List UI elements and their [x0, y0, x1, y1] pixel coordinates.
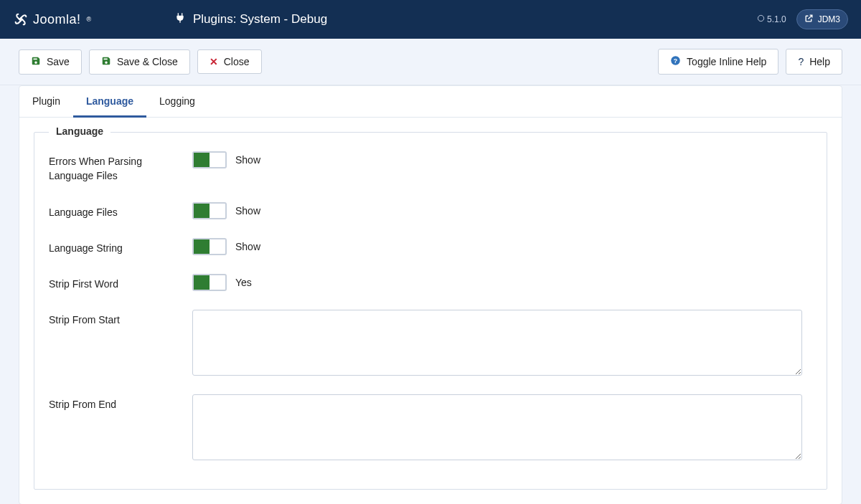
toggle-fill	[194, 204, 210, 218]
field-strip-first-word: Strip First Word Yes	[49, 274, 812, 291]
label-strip-first-word: Strip First Word	[49, 274, 192, 291]
user-name: JDM3	[818, 14, 840, 24]
label-language-files: Language Files	[49, 202, 192, 219]
question-icon: ?	[798, 56, 804, 67]
field-language-files: Language Files Show	[49, 202, 812, 219]
toolbar: Save Save & Close ✕ Close ? Toggle Inlin…	[0, 39, 861, 85]
save-icon	[31, 56, 41, 68]
field-strip-from-end: Strip From End	[49, 394, 812, 460]
control-strip-from-start	[192, 310, 802, 376]
user-menu[interactable]: JDM3	[796, 9, 848, 29]
close-button[interactable]: ✕ Close	[197, 49, 262, 74]
toggle-text-language-string: Show	[235, 241, 260, 252]
help-button[interactable]: ? Help	[786, 49, 842, 75]
toggle-text-strip-first-word: Yes	[235, 277, 252, 288]
toggle-language-files[interactable]	[192, 202, 227, 219]
tabs-container: Plugin Language Logging Language Errors …	[19, 85, 842, 504]
fieldset-legend: Language	[49, 125, 110, 137]
page-title: Plugins: System - Debug	[193, 12, 327, 27]
app-header: Joomla!® Plugins: System - Debug 5.1.0	[0, 0, 861, 39]
svg-text:?: ?	[674, 57, 677, 65]
svg-point-0	[758, 15, 763, 21]
field-strip-from-start: Strip From Start	[49, 310, 812, 376]
header-brand: Joomla!®	[13, 11, 174, 27]
content-area: Plugin Language Logging Language Errors …	[0, 85, 861, 504]
label-errors-parsing: Errors When Parsing Language Files	[49, 151, 192, 184]
toggle-errors-parsing[interactable]	[192, 151, 227, 168]
textarea-strip-from-start[interactable]	[192, 310, 802, 376]
tab-logging[interactable]: Logging	[146, 87, 208, 118]
version-text: 5.1.0	[767, 14, 786, 24]
control-language-string: Show	[192, 238, 260, 255]
toolbar-right: ? Toggle Inline Help ? Help	[658, 49, 842, 75]
question-circle-icon: ?	[670, 55, 681, 68]
header-right: 5.1.0 JDM3	[757, 9, 848, 29]
toggle-help-label: Toggle Inline Help	[687, 56, 766, 67]
control-language-files: Show	[192, 202, 260, 219]
close-label: Close	[224, 56, 250, 67]
page-title-wrap: Plugins: System - Debug	[174, 12, 327, 27]
toggle-fill	[194, 153, 210, 167]
control-strip-from-end	[192, 394, 802, 460]
version-badge[interactable]: 5.1.0	[757, 14, 786, 24]
external-link-icon	[804, 14, 814, 25]
label-language-string: Language String	[49, 238, 192, 255]
label-strip-from-start: Strip From Start	[49, 310, 192, 327]
joomla-mini-icon	[757, 14, 765, 24]
tab-plugin[interactable]: Plugin	[19, 87, 73, 118]
fieldset-language: Language Errors When Parsing Language Fi…	[34, 132, 827, 490]
tabs: Plugin Language Logging	[19, 86, 842, 118]
field-errors-parsing: Errors When Parsing Language Files Show	[49, 151, 812, 184]
joomla-icon	[13, 11, 29, 27]
control-strip-first-word: Yes	[192, 274, 252, 291]
save-icon	[101, 56, 111, 68]
textarea-strip-from-end[interactable]	[192, 394, 802, 460]
tab-body: Language Errors When Parsing Language Fi…	[19, 118, 842, 504]
toggle-fill	[194, 239, 210, 254]
save-close-button[interactable]: Save & Close	[89, 49, 190, 75]
tab-language[interactable]: Language	[73, 87, 146, 118]
field-language-string: Language String Show	[49, 238, 812, 255]
toggle-inline-help-button[interactable]: ? Toggle Inline Help	[658, 49, 778, 75]
toggle-language-string[interactable]	[192, 238, 227, 255]
trademark-icon: ®	[87, 16, 92, 23]
save-close-label: Save & Close	[117, 56, 178, 67]
label-strip-from-end: Strip From End	[49, 394, 192, 412]
logo-text: Joomla!	[33, 12, 81, 27]
joomla-logo[interactable]: Joomla!®	[13, 11, 91, 27]
toggle-fill	[194, 275, 210, 290]
toggle-strip-first-word[interactable]	[192, 274, 227, 291]
save-label: Save	[47, 56, 70, 67]
toggle-text-language-files: Show	[235, 205, 260, 217]
plug-icon	[174, 12, 186, 27]
control-errors-parsing: Show	[192, 151, 260, 168]
close-icon: ✕	[210, 56, 218, 67]
save-button[interactable]: Save	[19, 49, 82, 75]
help-label: Help	[809, 56, 830, 67]
toggle-text-errors-parsing: Show	[235, 154, 260, 166]
